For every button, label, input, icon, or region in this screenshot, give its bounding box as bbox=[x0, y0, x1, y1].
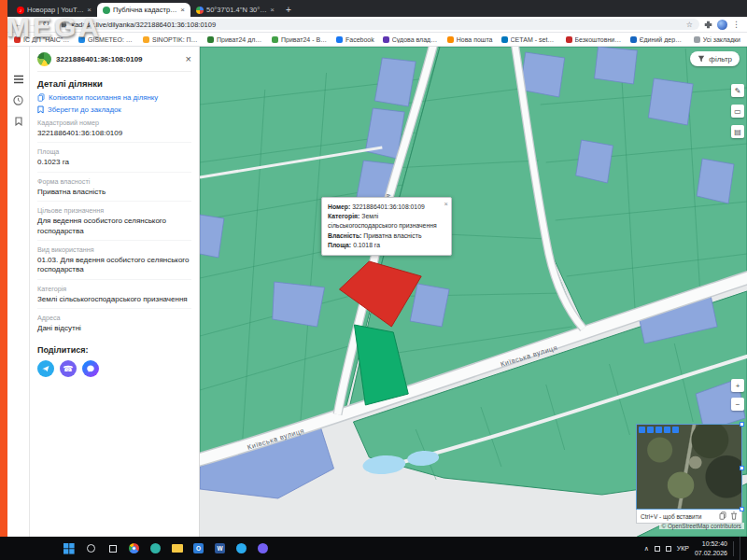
bookmark-favicon bbox=[566, 36, 572, 43]
bookmark-star-icon[interactable]: ☆ bbox=[686, 21, 693, 29]
zoom-in-button[interactable]: + bbox=[731, 379, 744, 392]
field-label: Вид використання bbox=[37, 245, 191, 254]
taskbar-chrome-icon[interactable] bbox=[123, 537, 145, 560]
tray-volume-icon[interactable] bbox=[666, 546, 671, 552]
copy-capture-icon[interactable] bbox=[719, 511, 726, 521]
taskbar-telegram-icon[interactable] bbox=[231, 537, 252, 560]
tray-expand-icon[interactable]: ∧ bbox=[644, 545, 649, 553]
address-bar[interactable]: kadastr.live/dilyanka/3221886401:36:108:… bbox=[54, 19, 699, 30]
field-label: Категорія bbox=[37, 285, 191, 293]
all-bookmarks-button[interactable]: Усі закладки bbox=[694, 36, 740, 43]
measure-button[interactable]: ▭ bbox=[731, 105, 744, 118]
tab-close-icon[interactable]: × bbox=[180, 6, 185, 14]
copy-link-button[interactable]: Копіювати посилання на ділянку bbox=[37, 93, 191, 102]
new-tab-button[interactable]: + bbox=[286, 5, 291, 17]
folder-icon bbox=[694, 36, 700, 43]
bookmark-item[interactable]: Facebook bbox=[336, 36, 374, 43]
screen-edge-strip bbox=[0, 0, 7, 537]
browser-menu-icon[interactable]: ⋮ bbox=[732, 20, 740, 29]
bookmark-item[interactable]: СЕТАМ - setam.net... bbox=[501, 36, 557, 43]
field-ownership-form: Форма власності Приватна власність bbox=[37, 177, 191, 202]
field-value: 3221886401:36:108:0109 bbox=[37, 129, 191, 138]
windows-logo-icon bbox=[63, 543, 75, 554]
bookmark-item[interactable]: Судова влада Укр... bbox=[383, 36, 439, 43]
profile-avatar[interactable] bbox=[717, 20, 727, 30]
parcel-details-panel: 3221886401:36:108:0109 × Деталі ділянки … bbox=[30, 47, 200, 537]
save-bookmark-button[interactable]: Зберегти до закладок bbox=[37, 105, 191, 114]
language-indicator[interactable]: УКР bbox=[677, 545, 689, 552]
extensions-puzzle-icon[interactable] bbox=[704, 21, 712, 29]
bookmark-item[interactable]: Приват24 для бізн... bbox=[207, 36, 263, 43]
field-address: Адреса Дані відсутні bbox=[37, 314, 191, 337]
resize-handle[interactable] bbox=[740, 507, 744, 511]
taskbar-folder-icon[interactable] bbox=[166, 537, 188, 560]
bookmark-item[interactable]: Приват24 - Ваш ж... bbox=[272, 36, 328, 43]
messenger-share-icon[interactable] bbox=[82, 360, 99, 377]
zoom-out-button[interactable]: − bbox=[731, 398, 744, 411]
resize-handle[interactable] bbox=[740, 466, 744, 470]
bookmark-favicon bbox=[383, 36, 389, 43]
taskbar-outlook-icon[interactable]: O bbox=[188, 537, 209, 560]
tray-network-icon[interactable] bbox=[655, 546, 660, 552]
capture-toolbar[interactable] bbox=[639, 427, 679, 433]
capture-tool-icon[interactable] bbox=[639, 427, 645, 433]
tab-youtube-music[interactable]: ♪ Новорар | YouTube Music × bbox=[11, 3, 97, 17]
bookmark-favicon bbox=[336, 36, 343, 43]
history-clock-icon[interactable] bbox=[13, 95, 23, 105]
copy-link-label: Копіювати посилання на ділянку bbox=[49, 93, 158, 102]
capture-tool-icon[interactable] bbox=[647, 427, 654, 433]
field-label: Форма власності bbox=[37, 177, 191, 186]
capture-tool-icon[interactable] bbox=[664, 427, 670, 433]
capture-tool-icon[interactable] bbox=[655, 427, 662, 433]
draw-pencil-button[interactable]: ✎ bbox=[731, 84, 744, 97]
copy-icon bbox=[37, 93, 45, 102]
show-desktop-button[interactable] bbox=[740, 537, 743, 560]
field-value: Для ведення особистого селянського госпо… bbox=[37, 217, 191, 236]
taskbar-search-icon[interactable] bbox=[80, 537, 102, 560]
taskbar-task-view-icon[interactable] bbox=[102, 537, 123, 560]
system-tray: ∧ УКР 10:52:40 07.02.2026 bbox=[644, 537, 747, 560]
taskbar-viber-icon[interactable] bbox=[252, 537, 274, 560]
tooltip-row: Власність:Приватна власність bbox=[328, 231, 444, 241]
clock-date: 07.02.2026 bbox=[695, 549, 727, 557]
capture-preview[interactable] bbox=[636, 424, 742, 510]
resize-handle[interactable] bbox=[740, 422, 744, 427]
bookmarks-rail-icon[interactable] bbox=[15, 117, 22, 126]
trash-icon[interactable] bbox=[730, 511, 738, 521]
filter-button[interactable]: фільтр bbox=[690, 51, 740, 66]
screenshot-capture-overlay[interactable]: Ctrl+V - щоб вставити bbox=[636, 424, 742, 524]
tab-close-icon[interactable]: × bbox=[270, 6, 275, 14]
panel-close-icon[interactable]: × bbox=[186, 54, 191, 64]
field-value: Дані відсутні bbox=[37, 324, 191, 333]
hamburger-menu-icon[interactable] bbox=[13, 75, 24, 84]
bookmarks-list: ІС ДП "НАІС" (12)GISMETEO: Погода...SINO… bbox=[14, 36, 686, 43]
bookmark-label: Судова влада Укр... bbox=[392, 36, 439, 43]
share-row: ☎ bbox=[37, 360, 191, 377]
forward-icon[interactable]: → bbox=[28, 20, 37, 29]
tooltip-close-icon[interactable]: × bbox=[444, 199, 448, 209]
layers-button[interactable]: ▤ bbox=[731, 125, 744, 138]
tooltip-row: Номер:3221886401:36:108:0109 bbox=[328, 203, 444, 212]
bookmark-item[interactable]: Нова пошта bbox=[447, 36, 493, 43]
telegram-share-icon[interactable] bbox=[37, 360, 54, 377]
taskbar-edge-icon[interactable] bbox=[145, 537, 166, 560]
bookmark-icon bbox=[37, 105, 44, 114]
refresh-icon[interactable]: ↻ bbox=[42, 20, 49, 29]
map-attribution[interactable]: © OpenStreetMap contributors bbox=[659, 523, 745, 529]
bookmark-item[interactable]: ІС ДП "НАІС" (12) bbox=[14, 36, 70, 43]
bookmark-item[interactable]: Безкоштовний зак... bbox=[566, 36, 622, 43]
bookmark-item[interactable]: SINOPTIK: Погода в... bbox=[143, 36, 199, 43]
bookmark-favicon bbox=[207, 36, 214, 43]
bookmark-item[interactable]: Єдиний державн... bbox=[630, 36, 686, 43]
tab-cadastral-map[interactable]: Публічна кадастрова карта У... × bbox=[97, 3, 190, 17]
back-icon[interactable]: ← bbox=[14, 20, 23, 29]
taskbar-word-icon[interactable]: W bbox=[209, 537, 231, 560]
viber-share-icon[interactable]: ☎ bbox=[60, 360, 77, 377]
start-button[interactable] bbox=[58, 537, 80, 560]
tab-close-icon[interactable]: × bbox=[87, 6, 92, 14]
tab-google-maps[interactable]: 50°37'01.4"N 30°37'25.2"E - G... × bbox=[190, 3, 280, 17]
bookmark-item[interactable]: GISMETEO: Погода... bbox=[78, 36, 134, 43]
taskbar-clock[interactable]: 10:52:40 07.02.2026 bbox=[695, 539, 727, 557]
capture-tool-icon[interactable] bbox=[672, 427, 679, 433]
cadastral-map[interactable]: Шкільна вулиця Київська вулиця Київська … bbox=[200, 47, 747, 537]
